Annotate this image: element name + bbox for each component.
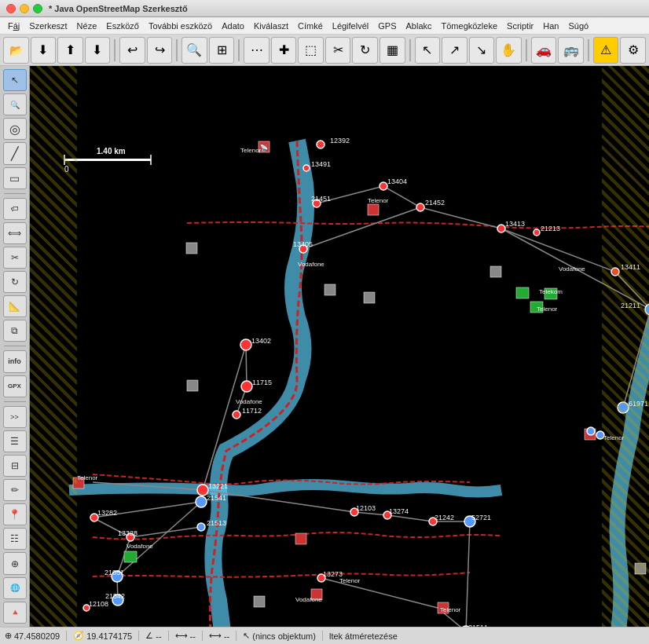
window-controls[interactable]	[6, 4, 42, 13]
zoom-tool-button[interactable]: 🔍	[3, 93, 27, 115]
svg-text:21513: 21513	[207, 519, 226, 527]
settings-button[interactable]: ⚙	[620, 37, 646, 64]
tag-tool-button[interactable]: 🏷	[3, 198, 27, 220]
menu-legifelvei[interactable]: Légifelvél	[328, 20, 373, 32]
svg-text:13411: 13411	[621, 263, 640, 271]
svg-text:11715: 11715	[252, 379, 272, 386]
svg-text:12103: 12103	[356, 504, 376, 512]
cursor-icon: ↖	[243, 631, 250, 641]
svg-text:13274: 13274	[389, 507, 409, 515]
svg-rect-30	[364, 292, 375, 303]
menu-gps[interactable]: GPS	[373, 20, 401, 32]
bus-button[interactable]: 🚌	[558, 37, 584, 64]
menu-cimke[interactable]: Címké	[293, 20, 328, 32]
scale-icon: ⟷	[209, 631, 222, 641]
svg-text:11712: 11712	[242, 407, 262, 415]
svg-line-21	[303, 207, 420, 249]
expand-button[interactable]: >>	[3, 406, 27, 428]
menu-tomeg[interactable]: Tömegközleke	[437, 20, 503, 32]
coordinates-lon: 🧭 19.4174175	[73, 631, 139, 641]
undo-button[interactable]: ↩	[119, 37, 145, 64]
menu-neze[interactable]: Néze	[72, 20, 102, 32]
map-canvas[interactable]: 📡 12392 13491	[30, 66, 649, 627]
layers-button[interactable]: ▦	[380, 37, 405, 64]
panel3-button[interactable]: ✏	[3, 479, 27, 501]
gpx-tool-button[interactable]: GPX	[3, 375, 27, 397]
svg-line-13	[466, 521, 470, 627]
draw-node-button[interactable]: ◎	[3, 118, 27, 140]
panel2-button[interactable]: ⊟	[3, 455, 27, 477]
menu-scriptir[interactable]: Scriptir	[502, 20, 538, 32]
nodes-button[interactable]: ⋯	[244, 37, 270, 64]
svg-text:Telekom: Telekom	[539, 288, 563, 295]
draw-area-button[interactable]: ▭	[3, 167, 27, 189]
download-button[interactable]: ⬇	[31, 37, 57, 64]
menu-tovabbi[interactable]: További eszközö	[144, 20, 217, 32]
svg-text:Vodafone: Vodafone	[236, 398, 262, 405]
delete-node-button[interactable]: ✂	[325, 37, 351, 64]
panel6-button[interactable]: ⊕	[3, 552, 27, 574]
car-button[interactable]: 🚗	[531, 37, 557, 64]
svg-point-105	[587, 427, 595, 435]
menu-adato[interactable]: Adato	[217, 20, 249, 32]
copy-tool-button[interactable]: ⧉	[3, 320, 27, 342]
svg-point-48	[380, 182, 387, 190]
upload-down-button[interactable]: ⬇	[85, 37, 111, 64]
move-button[interactable]: ✚	[271, 37, 297, 64]
svg-rect-37	[124, 551, 137, 562]
minimize-button[interactable]	[20, 4, 29, 13]
svg-text:21242: 21242	[434, 514, 454, 521]
svg-point-52	[416, 203, 424, 211]
pan-button[interactable]: ✋	[496, 37, 522, 64]
info-tool-button[interactable]: info	[3, 350, 27, 372]
menu-szerkeszt[interactable]: Szerkeszt	[24, 20, 72, 32]
svg-rect-29	[324, 284, 336, 295]
warning-button[interactable]: ⚠	[593, 37, 619, 64]
zoom-button[interactable]: 🔍	[182, 37, 207, 64]
menu-eszkoz[interactable]: Eszköző	[101, 20, 144, 32]
upload-up-button[interactable]: ⬆	[57, 37, 83, 64]
rotate-tool-button[interactable]: ↻	[3, 271, 27, 293]
svg-line-20	[420, 207, 501, 229]
menu-kivalaszt[interactable]: Kiválaszt	[249, 20, 293, 32]
close-button[interactable]	[6, 4, 16, 13]
svg-text:13404: 13404	[387, 177, 407, 185]
open-folder-button[interactable]: 📂	[3, 37, 29, 64]
cursor-del-button[interactable]: ↘	[469, 37, 495, 64]
main-area: ↖ 🔍 ◎ ╱ ▭ 🏷 ⟺ ✂ ↻ 📐 ⧉ info GPX >> ☰ ⊟ ✏ …	[0, 66, 649, 627]
svg-text:Vodafone: Vodafone	[298, 261, 324, 268]
menu-faj[interactable]: Fáj	[3, 20, 24, 32]
svg-text:0: 0	[64, 165, 69, 174]
split-tool-button[interactable]: ✂	[3, 247, 27, 269]
grid-button[interactable]: ⊞	[209, 37, 235, 64]
svg-text:61971: 61971	[629, 400, 648, 408]
ruler-tool-button[interactable]: 📐	[3, 295, 27, 317]
status-text: (nincs objektum)	[252, 631, 316, 641]
map-svg[interactable]: 📡 12392 13491	[30, 66, 649, 627]
toolbar-sep2	[176, 39, 178, 61]
menu-sugo[interactable]: Súgó	[563, 20, 593, 32]
svg-text:21211: 21211	[621, 302, 640, 309]
menu-han[interactable]: Han	[538, 20, 563, 32]
cursor-button[interactable]: ↖	[415, 37, 441, 64]
select-tool-button[interactable]: ↖	[3, 69, 27, 91]
panel4-button[interactable]: 📍	[3, 503, 27, 525]
svg-text:Telenor: Telenor	[537, 306, 558, 313]
panel5-button[interactable]: ☷	[3, 528, 27, 550]
refresh-button[interactable]: ↻	[352, 37, 378, 64]
merge-tool-button[interactable]: ⟺	[3, 222, 27, 244]
draw-way-button[interactable]: ╱	[3, 142, 27, 164]
panel1-button[interactable]: ☰	[3, 430, 27, 452]
angle-icon: ∠	[145, 631, 153, 641]
svg-rect-120	[64, 159, 151, 161]
svg-line-11	[387, 515, 433, 521]
redo-button[interactable]: ↪	[147, 37, 173, 64]
svg-rect-27	[368, 204, 379, 215]
svg-point-77	[197, 523, 205, 531]
menu-ablakc[interactable]: Ablakc	[401, 20, 436, 32]
panel8-button[interactable]: 🔺	[3, 602, 27, 624]
maximize-button[interactable]	[33, 4, 42, 13]
cursor-alt-button[interactable]: ↗	[442, 37, 468, 64]
panel7-button[interactable]: 🌐	[3, 577, 27, 599]
select-area-button[interactable]: ⬚	[298, 37, 324, 64]
